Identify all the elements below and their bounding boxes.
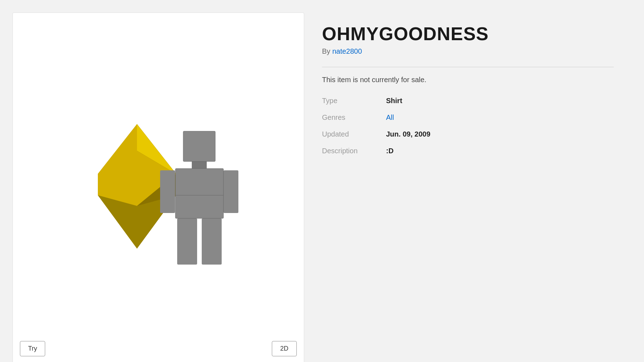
button-row: Try 2D <box>20 341 297 356</box>
svg-rect-8 <box>175 169 223 218</box>
not-for-sale-text: This item is not currently for sale. <box>322 76 614 84</box>
genres-label: Genres <box>322 113 386 122</box>
description-value: :D <box>386 147 614 155</box>
updated-label: Updated <box>322 130 386 138</box>
type-value: Shirt <box>386 97 614 105</box>
by-line: By nate2800 <box>322 47 614 55</box>
view-2d-button[interactable]: 2D <box>272 341 297 356</box>
updated-value: Jun. 09, 2009 <box>386 130 614 138</box>
svg-rect-7 <box>192 161 207 169</box>
type-label: Type <box>322 97 386 105</box>
genres-value[interactable]: All <box>386 113 614 122</box>
svg-rect-9 <box>160 170 175 213</box>
by-label: By <box>322 47 330 55</box>
item-info-panel: OHMYGOODNESS By nate2800 This item is no… <box>304 12 632 362</box>
model-preview-area <box>20 20 297 356</box>
section-divider <box>322 67 614 67</box>
item-title: OHMYGOODNESS <box>322 23 614 44</box>
svg-rect-10 <box>223 170 238 213</box>
model-preview-panel: Try 2D <box>12 12 304 362</box>
page-container: Try 2D OHMYGOODNESS By nate2800 This ite… <box>7 7 637 362</box>
author-link[interactable]: nate2800 <box>332 47 362 55</box>
svg-rect-6 <box>183 131 215 161</box>
svg-rect-12 <box>202 218 222 265</box>
try-button[interactable]: Try <box>20 341 45 356</box>
details-table: Type Shirt Genres All Updated Jun. 09, 2… <box>322 97 614 155</box>
description-label: Description <box>322 147 386 155</box>
model-canvas <box>60 90 256 286</box>
svg-rect-11 <box>177 218 197 265</box>
model-svg <box>66 96 251 281</box>
